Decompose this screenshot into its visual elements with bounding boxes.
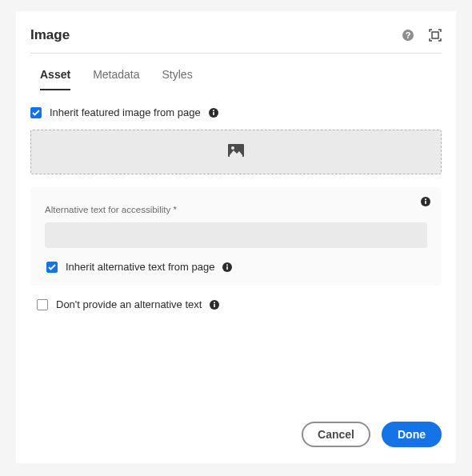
image-dropzone[interactable] bbox=[30, 130, 442, 174]
tab-metadata[interactable]: Metadata bbox=[93, 68, 139, 90]
info-icon[interactable] bbox=[209, 108, 218, 118]
inherit-alt-row: Inherit alternative text from page bbox=[46, 261, 427, 273]
inherit-alt-checkbox[interactable] bbox=[46, 262, 58, 273]
svg-point-7 bbox=[231, 146, 234, 150]
svg-rect-2 bbox=[432, 32, 438, 38]
no-alt-label: Don't provide an alternative text bbox=[56, 298, 202, 310]
inherit-alt-label: Inherit alternative text from page bbox=[66, 261, 214, 273]
tabs: Asset Metadata Styles bbox=[30, 54, 442, 90]
image-dialog: Image ? Asset Metadata Styles Inherit fe… bbox=[16, 11, 456, 463]
no-alt-checkbox[interactable] bbox=[37, 299, 48, 310]
svg-point-5 bbox=[213, 110, 214, 111]
svg-rect-4 bbox=[213, 112, 214, 115]
help-icon[interactable]: ? bbox=[402, 29, 414, 42]
done-button[interactable]: Done bbox=[382, 422, 442, 447]
svg-rect-9 bbox=[425, 201, 426, 204]
header-actions: ? bbox=[402, 29, 442, 42]
dialog-header: Image ? bbox=[30, 27, 442, 54]
tab-asset[interactable]: Asset bbox=[40, 68, 70, 90]
svg-rect-15 bbox=[214, 304, 216, 307]
inherit-featured-label: Inherit featured image from page bbox=[50, 106, 201, 118]
image-placeholder-icon bbox=[228, 144, 244, 160]
svg-point-16 bbox=[214, 302, 215, 303]
fullscreen-icon[interactable] bbox=[429, 29, 442, 42]
svg-text:?: ? bbox=[406, 30, 411, 40]
tab-styles[interactable]: Styles bbox=[162, 68, 193, 90]
inherit-featured-checkbox[interactable] bbox=[30, 107, 42, 118]
alt-text-panel: Alternative text for accessibility * Inh… bbox=[30, 187, 442, 286]
alt-text-input[interactable] bbox=[45, 222, 427, 248]
dialog-title: Image bbox=[30, 27, 70, 43]
info-icon[interactable] bbox=[210, 300, 219, 310]
info-icon[interactable] bbox=[421, 197, 430, 206]
svg-rect-12 bbox=[227, 266, 229, 270]
cancel-button[interactable]: Cancel bbox=[302, 422, 370, 447]
inherit-featured-row: Inherit featured image from page bbox=[30, 106, 442, 118]
svg-point-10 bbox=[425, 198, 426, 200]
alt-text-label: Alternative text for accessibility * bbox=[45, 205, 427, 214]
asset-tab-content: Inherit featured image from page Alterna… bbox=[30, 90, 442, 310]
no-alt-row: Don't provide an alternative text bbox=[37, 298, 442, 310]
dialog-footer: Cancel Done bbox=[302, 422, 442, 447]
info-icon[interactable] bbox=[222, 262, 232, 272]
svg-point-13 bbox=[226, 264, 228, 266]
